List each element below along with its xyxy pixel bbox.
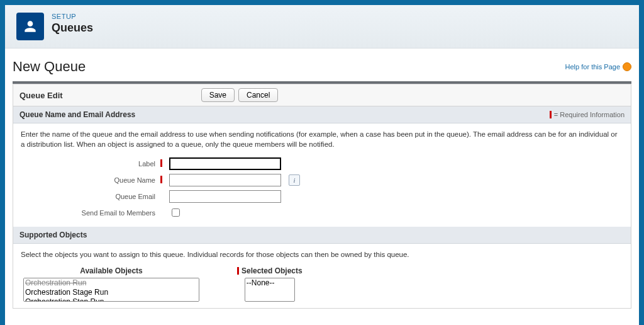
required-indicator-icon [550,111,552,118]
form-table: Label Queue Name i Queue Email [46,156,303,220]
queue-email-field-label: Queue Email [46,188,158,205]
section2-description: Select the objects you want to assign to… [21,250,623,260]
selected-objects-title: Selected Objects [237,266,303,275]
queue-email-input[interactable] [169,190,281,203]
info-icon[interactable]: i [289,174,300,186]
section-title: Queue Name and Email Address [19,110,135,119]
label-input[interactable] [169,157,281,170]
page-title: New Queue [13,59,86,75]
list-item[interactable]: --None-- [245,278,294,288]
user-icon [16,13,44,40]
toolbar: Queue Edit Save Cancel [13,84,631,106]
required-indicator-icon [160,176,162,183]
list-item[interactable]: Orchestration Run [24,278,199,288]
help-icon [623,62,631,71]
section-queue-name-header: Queue Name and Email Address = Required … [13,106,631,123]
setup-header: SETUP Queues [5,5,639,48]
required-indicator-icon [237,267,239,275]
available-objects-title: Available Objects [80,266,143,275]
required-indicator-icon [160,159,162,167]
section-title: Supported Objects [19,231,87,239]
setup-title: Queues [52,21,93,35]
list-item[interactable]: Orchestration Stage Run [24,288,199,297]
required-information-note: = Required Information [550,111,625,118]
section-supported-objects-header: Supported Objects [13,227,631,244]
send-email-field-label: Send Email to Members [46,205,158,220]
list-item[interactable]: Orchestration Step Run [24,297,199,301]
queue-edit-panel: Queue Edit Save Cancel Queue Name and Em… [13,84,631,309]
help-link-text: Help for this Page [565,63,620,71]
help-for-this-page-link[interactable]: Help for this Page [565,62,631,71]
selected-objects-select[interactable]: --None-- [245,278,295,302]
cancel-button[interactable]: Cancel [238,88,278,102]
dual-list-picker: Available Objects Orchestration RunOrche… [21,266,623,302]
section1-description: Enter the name of the queue and the emai… [21,130,623,149]
toolbar-title: Queue Edit [19,91,63,100]
label-field-label: Label [46,156,158,172]
save-button[interactable]: Save [201,88,235,102]
send-email-checkbox[interactable] [172,208,180,217]
setup-eyebrow: SETUP [52,13,93,20]
queue-name-input[interactable] [169,174,281,186]
queue-name-field-label: Queue Name [46,172,158,188]
available-objects-select[interactable]: Orchestration RunOrchestration Stage Run… [23,278,199,302]
